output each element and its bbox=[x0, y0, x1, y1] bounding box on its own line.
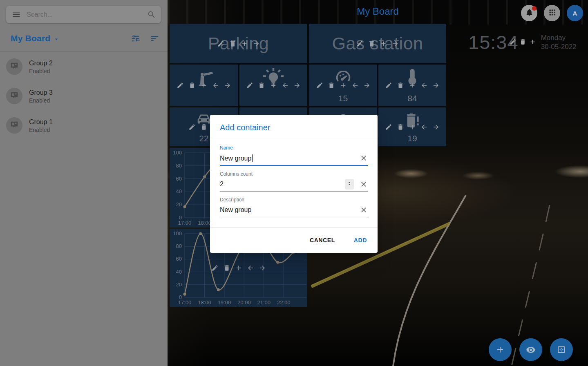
description-input[interactable]: New group bbox=[220, 206, 360, 214]
number-stepper[interactable] bbox=[345, 179, 354, 190]
add-button[interactable]: ADD bbox=[350, 233, 371, 247]
name-input[interactable]: New group bbox=[220, 154, 360, 162]
clear-icon[interactable] bbox=[360, 180, 368, 188]
description-field: Description New group bbox=[220, 197, 368, 217]
columns-count-text: 2 bbox=[220, 181, 224, 187]
dialog-title: Add container bbox=[210, 115, 378, 140]
columns-count-label: Columns count bbox=[220, 171, 368, 177]
columns-count-input[interactable]: 2 bbox=[220, 181, 345, 188]
description-label: Description bbox=[220, 197, 368, 203]
description-underline bbox=[220, 217, 368, 217]
app-window: My Board A 15:34 Monday 30-05-2022 Parki… bbox=[0, 0, 588, 366]
columns-underline bbox=[220, 191, 368, 192]
cancel-button[interactable]: CANCEL bbox=[306, 233, 339, 247]
clear-icon[interactable] bbox=[360, 154, 368, 162]
stepper-arrows-icon bbox=[346, 180, 353, 188]
name-field: Name New group bbox=[220, 145, 368, 166]
dialog-actions: CANCEL ADD bbox=[210, 227, 378, 253]
name-underline bbox=[220, 165, 368, 166]
add-container-dialog: Add container Name New group Columns cou… bbox=[210, 115, 378, 253]
description-text: New group bbox=[220, 206, 251, 213]
columns-count-field: Columns count 2 bbox=[220, 171, 368, 192]
name-field-label: Name bbox=[220, 145, 368, 151]
name-input-text: New group bbox=[220, 155, 251, 162]
text-cursor bbox=[252, 154, 253, 162]
clear-icon[interactable] bbox=[360, 206, 368, 214]
